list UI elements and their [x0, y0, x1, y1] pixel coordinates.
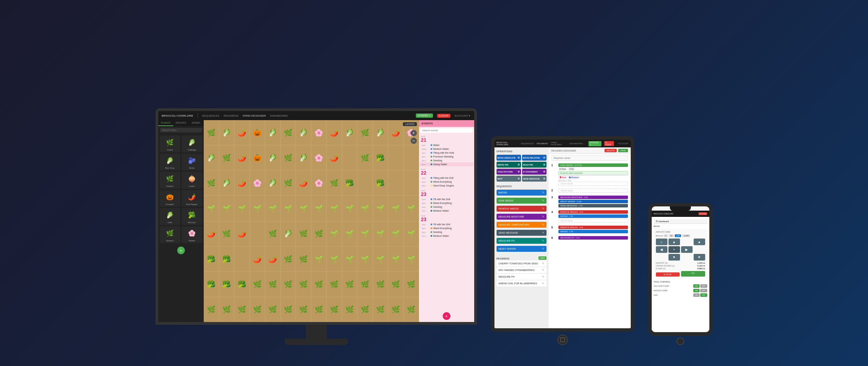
event-item[interactable]: 4am Water — [420, 143, 473, 147]
op-move-relative[interactable]: MOVE RELATIVE ⊕ — [522, 155, 547, 161]
garden-cell[interactable]: 🌿 — [250, 297, 265, 322]
list-item[interactable]: 🥦 Broccoli — [182, 208, 202, 225]
garden-cell[interactable]: 🌶️ — [234, 171, 249, 196]
garden-cell[interactable]: 🌱 — [373, 247, 388, 271]
event-item[interactable]: 10am Medium Water — [420, 147, 473, 151]
garden-cell[interactable]: 🎃 — [250, 145, 265, 170]
garden-cell[interactable]: 🌶️ — [265, 247, 280, 271]
garden-cell[interactable]: 🌸 — [311, 171, 326, 196]
seq-item-sow-seeds[interactable]: SOW SEEDS ✎ — [497, 198, 547, 204]
garden-cell[interactable]: 🌿 — [219, 221, 234, 246]
garden-cell[interactable]: 🌱 — [311, 247, 326, 271]
events-add-button[interactable]: + — [443, 312, 450, 320]
move-left-button[interactable]: ◀ — [656, 246, 667, 253]
event-item[interactable]: 5pm Seeding — [420, 205, 473, 209]
garden-cell[interactable]: 🥬 — [219, 120, 234, 145]
vacuum-pump-off-button[interactable]: OFF — [700, 284, 707, 288]
garden-cell[interactable]: 🌿 — [204, 120, 219, 145]
regimen-name-input[interactable] — [551, 155, 628, 161]
garden-cell[interactable] — [342, 145, 357, 170]
garden-cell[interactable]: 🥬 — [296, 145, 311, 170]
garden-cell[interactable]: 🌿 — [265, 272, 280, 297]
list-item[interactable]: 🥬 Cabbage — [182, 136, 202, 152]
garden-cell[interactable]: 🌿 — [296, 272, 311, 297]
op-if-statement[interactable]: IF STATEMENT ⊕ — [522, 169, 547, 175]
drop-here-zone[interactable]: DROP HERE — [558, 189, 628, 193]
list-item[interactable]: 🌸 Radish — [182, 226, 202, 243]
garden-cell[interactable]: 🌱 — [296, 196, 311, 221]
garden-cell[interactable]: 🌱 — [373, 196, 388, 221]
garden-cell[interactable]: 🌱 — [404, 196, 419, 221]
garden-cell[interactable]: 🥦 — [204, 247, 219, 271]
garden-cell[interactable]: 🌿 — [204, 171, 219, 196]
garden-cell[interactable]: 🌿 — [250, 272, 265, 297]
regimen-item-amend-soil[interactable]: AMEND SOIL FOR BLUEBERRIES ✎ — [497, 280, 547, 286]
event-item[interactable]: 3pm Weed Everything — [420, 201, 473, 205]
garden-cell[interactable]: 🌶️ — [204, 221, 219, 246]
garden-cell[interactable]: 🌱 — [281, 196, 296, 221]
garden-cell[interactable]: 🌶️ — [327, 120, 342, 145]
garden-cell[interactable]: 🥬 — [373, 120, 388, 145]
phone-estop-badge[interactable]: E-STOP — [699, 212, 707, 215]
garden-cell[interactable]: 🌱 — [388, 221, 403, 246]
event-item[interactable]: 1pm Till with the Drill — [420, 222, 473, 226]
cal-event-water[interactable]: WATER 1 PM — [558, 230, 628, 233]
garden-cell[interactable]: 🌱 — [234, 196, 249, 221]
add-plant-button[interactable]: + — [177, 247, 185, 254]
search-input[interactable] — [160, 128, 202, 132]
list-item[interactable]: 🧅 Leeks — [182, 172, 202, 189]
list-item[interactable]: 🎃 Pumpkin — [160, 190, 180, 207]
cal-event-water[interactable]: WATER 1 PM — [558, 214, 628, 218]
garden-cell[interactable]: 🌱 — [342, 221, 357, 246]
amount-1[interactable]: 1 — [664, 234, 667, 237]
nav-farm-designer[interactable]: FARM DESIGNER — [243, 114, 266, 117]
garden-cell[interactable]: 🌱 — [342, 196, 357, 221]
garden-cell[interactable]: 🌿 — [219, 145, 234, 170]
garden-cell[interactable]: 🌶️ — [388, 120, 403, 145]
garden-cell[interactable]: 🥬 — [296, 120, 311, 145]
garden-cell[interactable] — [250, 221, 265, 246]
op-send-message[interactable]: SEND MESSAGE ⊕ — [522, 176, 547, 182]
layers-button[interactable]: LAYERS — [403, 122, 417, 126]
op-read-pin[interactable]: READ PIN ⊕ — [522, 162, 547, 168]
regimen-item-cherry-tomatoes[interactable]: CHERRY TOMATOES FROM SEED ✎ — [497, 261, 547, 266]
led-on-button[interactable]: ON — [693, 293, 700, 297]
cal-event-heavy-water[interactable]: HEAVY WATER 10 AM — [558, 200, 628, 203]
cal-event-measure-moisture[interactable]: MEASURE MOISTURE 9 AM — [558, 196, 628, 199]
garden-cell[interactable]: 🌿 — [204, 297, 219, 322]
garden-cell[interactable]: 🌿 — [357, 145, 372, 170]
led-off-button[interactable]: OFF — [700, 293, 707, 297]
event-item[interactable]: 1pm Till with the Drill — [420, 197, 473, 201]
garden-cell[interactable] — [388, 145, 403, 170]
amount-1000[interactable]: 1,000 — [682, 234, 690, 237]
list-item[interactable]: 🌿 Chard — [160, 136, 180, 152]
event-item[interactable]: 5pm Seeding — [420, 230, 473, 234]
event-item[interactable]: 7pm Medium Water — [420, 209, 473, 213]
garden-cell[interactable]: 🌿 — [327, 272, 342, 297]
tablet-account-link[interactable]: ACCOUNT — [618, 142, 629, 145]
garden-cell[interactable]: 🌿 — [234, 297, 249, 322]
garden-cell[interactable]: 🎃 — [250, 120, 265, 145]
cal-event-sow-seeds[interactable]: SOW SEEDS 10:33 AM — [558, 163, 628, 167]
garden-cell[interactable]: 🌱 — [204, 196, 219, 221]
garden-cell[interactable]: 🌱 — [327, 247, 342, 271]
garden-cell[interactable] — [234, 247, 249, 271]
op-write-pin[interactable]: WRITE PIN ⊕ — [497, 162, 521, 168]
garden-cell[interactable]: 🥦 — [373, 171, 388, 196]
garden-cell[interactable]: 🌶️ — [234, 145, 249, 170]
amount-100[interactable]: 100 — [675, 234, 681, 237]
garden-cell[interactable] — [388, 171, 403, 196]
garden-cell[interactable]: 🌸 — [311, 120, 326, 145]
tablet-nav-sequences[interactable]: SEQUENCES — [521, 142, 534, 145]
garden-cell[interactable]: 🌱 — [357, 196, 372, 221]
event-item[interactable]: 1pm Tilling with the Drill — [420, 176, 473, 180]
garden-cell[interactable]: 🌿 — [357, 120, 372, 145]
garden-cell[interactable] — [404, 171, 419, 196]
garden-cell[interactable]: 🥬 — [265, 120, 280, 145]
event-item[interactable]: 3pm Weed Everything — [420, 226, 473, 230]
garden-cell[interactable]: 🌿 — [296, 297, 311, 322]
garden-cell[interactable]: 🌿 — [373, 297, 388, 322]
move-down-button[interactable]: ▼ — [668, 254, 680, 261]
garden-cell[interactable]: 🌿 — [219, 297, 234, 322]
event-item[interactable]: 1pm Tilling with the Hulk — [420, 151, 473, 155]
